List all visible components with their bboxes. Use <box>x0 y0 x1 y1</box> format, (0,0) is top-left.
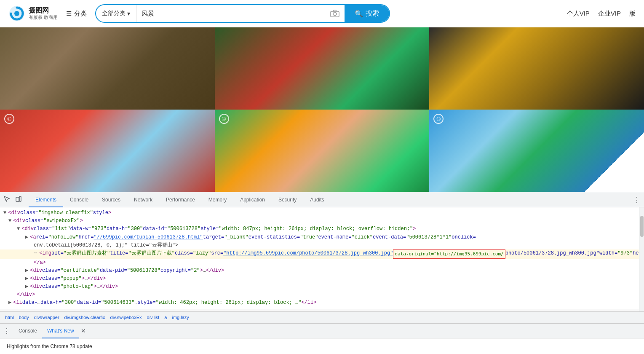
tab-sources[interactable]: Sources <box>95 192 127 207</box>
search-btn-label: 搜索 <box>366 9 379 18</box>
breadcrumb-swipebox[interactable]: div.swipeboxEx <box>109 315 144 320</box>
code-line-5[interactable]: ▶<a rel="nofollow" href="//699pic.com/tu… <box>0 233 639 241</box>
tab-performance[interactable]: Performance <box>159 192 202 207</box>
code-line-2[interactable]: ▼<div class="imgshow clearfix" style> <box>0 209 639 217</box>
search-icon: 🔍 <box>355 10 363 18</box>
breadcrumb-bar: html body div#wrapper div.imgshow.clearf… <box>0 311 644 323</box>
menu-icon: ☰ <box>66 10 72 17</box>
category-button[interactable]: ☰ 分类 <box>66 10 87 18</box>
devtools-icons <box>3 196 22 204</box>
image-4[interactable]: © <box>0 110 215 192</box>
enterprise-vip-link[interactable]: 企业VIP <box>598 10 621 18</box>
devtools-code-area: ▼<div class="imgshow clearfix" style> ▼<… <box>0 207 644 311</box>
logo-text: 摄图网 <box>29 6 58 14</box>
camera-icon[interactable] <box>325 10 345 17</box>
highlighted-attr: data-original="http://img95.699pic.com/ <box>393 249 505 259</box>
console-menu-icon[interactable]: ⋮ <box>3 327 10 335</box>
three-dots-icon[interactable]: ⋯ <box>34 249 37 257</box>
breadcrumb-a[interactable]: a <box>163 315 168 320</box>
device-toolbar-icon[interactable] <box>15 196 22 204</box>
search-input[interactable] <box>136 5 325 22</box>
search-bar: 全部分类 ▾ 🔍 搜索 <box>95 4 390 23</box>
image-5[interactable]: © <box>215 110 430 192</box>
breadcrumb-list[interactable]: div.list <box>145 315 161 320</box>
breadcrumb-imgshow[interactable]: div.imgshow.clearfix <box>63 315 107 320</box>
code-line-10[interactable]: ▶<div class="popup">…</div> <box>0 275 639 283</box>
devtools-settings-icon[interactable]: ⋮ <box>633 195 641 204</box>
tab-audits[interactable]: Audits <box>303 192 331 207</box>
tab-elements[interactable]: Elements <box>29 192 63 207</box>
breadcrumb-body[interactable]: body <box>17 315 31 320</box>
code-content[interactable]: ▼<div class="imgshow clearfix" style> ▼<… <box>0 207 639 309</box>
code-line-8[interactable]: </a> <box>0 259 639 267</box>
image-grid-row2: © © © <box>0 110 644 192</box>
chevron-down-icon: ▾ <box>127 10 130 17</box>
category-label: 分类 <box>74 10 87 18</box>
breadcrumb-html[interactable]: html <box>3 315 16 320</box>
devtools-scrollbar[interactable] <box>639 207 644 311</box>
devtools-toolbar: Elements Console Sources Network Perform… <box>0 192 644 207</box>
image-3[interactable] <box>429 27 644 110</box>
code-panel[interactable]: ▼<div class="imgshow clearfix" style> ▼<… <box>0 207 639 311</box>
logo: 摄图网 有版权 敢商用 <box>8 5 58 22</box>
tab-application[interactable]: Application <box>233 192 272 207</box>
breadcrumb-imglazy[interactable]: img.lazy <box>170 315 190 320</box>
code-line-7[interactable]: ⋯ <img alt="云雾群山图片素材" title="云雾群山图片下载" c… <box>0 249 639 259</box>
inspect-element-icon[interactable] <box>3 196 10 204</box>
console-tab-whatsnew[interactable]: What's New <box>42 323 79 338</box>
header: 摄图网 有版权 敢商用 ☰ 分类 全部分类 ▾ 🔍 搜索 个人VIP 企业VIP… <box>0 0 644 27</box>
whats-new-content: Highlights from the Chrome 78 update <box>0 338 644 354</box>
code-line-9[interactable]: ▶<div class="certificate" data-pid="5006… <box>0 267 639 275</box>
search-button[interactable]: 🔍 搜索 <box>345 5 389 22</box>
scroll-thumb[interactable] <box>640 216 644 237</box>
code-line-4[interactable]: ▼<div class="list" data-w="973" data-h="… <box>0 225 639 233</box>
image-1[interactable] <box>0 27 215 110</box>
console-tab-whatsnew-label: What's New <box>47 328 74 334</box>
image-6[interactable]: © <box>429 110 644 192</box>
close-whatsnew-icon[interactable]: ✕ <box>81 327 86 334</box>
console-tabs-bar: ⋮ Console What's New ✕ <box>0 323 644 338</box>
copyright-badge-6: © <box>433 114 444 124</box>
tab-security[interactable]: Security <box>272 192 303 207</box>
image-2[interactable] <box>215 27 430 110</box>
code-line-3[interactable]: ▼<div class="swipeboxEx"> <box>0 217 639 225</box>
tab-network[interactable]: Network <box>127 192 159 207</box>
search-category-dropdown[interactable]: 全部分类 ▾ <box>96 5 136 22</box>
copyright-badge-4: © <box>4 114 14 124</box>
copyright-badge-5: © <box>219 114 229 124</box>
code-line-11[interactable]: ▶<div class="photo-tag">…</div> <box>0 283 639 291</box>
logo-icon <box>8 5 25 22</box>
logo-sub: 有版权 敢商用 <box>29 14 58 21</box>
svg-point-3 <box>333 12 337 16</box>
svg-point-1 <box>14 11 19 16</box>
console-tab-console[interactable]: Console <box>13 323 42 338</box>
image-grid-row1 <box>0 27 644 110</box>
code-line-6[interactable]: env.toDetail(500613728, 0, 1);" title="云… <box>0 241 639 249</box>
breadcrumb-wrapper[interactable]: div#wrapper <box>32 315 61 320</box>
svg-rect-5 <box>19 196 21 201</box>
code-line-13[interactable]: ▶<li data-… data-h="300" data-id="500614… <box>0 299 639 307</box>
tab-memory[interactable]: Memory <box>202 192 233 207</box>
header-links: 个人VIP 企业VIP 版 <box>567 10 636 18</box>
personal-vip-link[interactable]: 个人VIP <box>567 10 590 18</box>
version-link[interactable]: 版 <box>629 10 636 18</box>
search-category-label: 全部分类 <box>102 10 126 17</box>
tab-console[interactable]: Console <box>63 192 95 207</box>
code-line-12[interactable]: </div> <box>0 291 639 299</box>
devtools-panel: Elements Console Sources Network Perform… <box>0 192 644 354</box>
whats-new-text: Highlights from the Chrome 78 update <box>7 343 92 349</box>
svg-rect-4 <box>16 197 19 201</box>
